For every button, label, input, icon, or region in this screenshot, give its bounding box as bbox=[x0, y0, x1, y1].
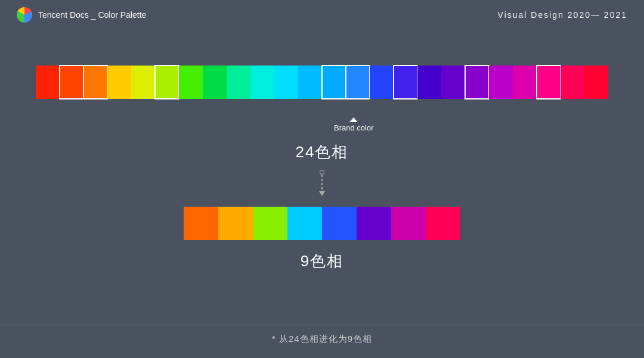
swatch-24-2 bbox=[83, 66, 107, 99]
swatch-24-19 bbox=[489, 66, 513, 99]
brand-color-label: Brand color bbox=[334, 123, 373, 132]
swatch-9-5 bbox=[357, 207, 391, 240]
swatch-24-10 bbox=[274, 66, 298, 99]
swatch-9-1 bbox=[218, 207, 253, 240]
swatch-24-15 bbox=[394, 66, 417, 99]
logo-icon bbox=[17, 7, 32, 23]
arrow-circle-icon bbox=[320, 170, 324, 175]
swatch-24-18 bbox=[465, 66, 489, 99]
swatch-24-22 bbox=[561, 66, 584, 99]
label-9-hue: 9色相 bbox=[301, 251, 343, 272]
swatch-24-3 bbox=[107, 66, 131, 99]
swatch-24-4 bbox=[131, 66, 155, 99]
arrow-dashed-line bbox=[321, 175, 323, 191]
swatch-24-21 bbox=[537, 66, 561, 99]
footer-divider bbox=[0, 325, 644, 325]
swatch-24-7 bbox=[203, 66, 227, 99]
color-strip-24: Brand color bbox=[36, 66, 608, 99]
header-title: Tencent Docs _ Color Palette bbox=[38, 10, 146, 20]
swatches-24-container bbox=[36, 66, 608, 99]
swatch-24-9 bbox=[250, 66, 274, 99]
header-left: Tencent Docs _ Color Palette bbox=[17, 7, 146, 23]
swatch-24-0 bbox=[36, 66, 60, 99]
swatch-9-0 bbox=[184, 207, 218, 240]
arrow-triangle-icon bbox=[319, 191, 325, 196]
swatch-9-3 bbox=[287, 207, 322, 240]
header: Tencent Docs _ Color Palette Visual Desi… bbox=[0, 0, 644, 30]
swatch-9-6 bbox=[391, 207, 426, 240]
swatch-24-23 bbox=[584, 66, 608, 99]
brand-arrow-icon bbox=[349, 117, 358, 122]
swatch-9-4 bbox=[322, 207, 357, 240]
swatch-24-20 bbox=[513, 66, 537, 99]
label-24-hue: 24色相 bbox=[296, 142, 349, 163]
brand-color-area: Brand color bbox=[334, 117, 373, 132]
swatch-24-16 bbox=[417, 66, 441, 99]
swatch-24-13 bbox=[346, 66, 370, 99]
swatch-24-17 bbox=[441, 66, 465, 99]
swatch-24-14 bbox=[370, 66, 394, 99]
main-content: Brand color 24色相 9色相 bbox=[0, 30, 644, 272]
color-strip-9 bbox=[184, 207, 460, 240]
swatch-24-6 bbox=[179, 66, 203, 99]
swatch-24-5 bbox=[155, 66, 179, 99]
swatch-24-1 bbox=[60, 66, 83, 99]
footer-note: * 从24色相进化为9色相 bbox=[0, 334, 644, 345]
swatch-24-12 bbox=[322, 66, 346, 99]
header-right: Visual Design 2020— 2021 bbox=[498, 10, 627, 20]
swatch-9-2 bbox=[253, 207, 287, 240]
swatch-24-11 bbox=[298, 66, 322, 99]
arrow-down-container bbox=[319, 170, 325, 196]
swatch-24-8 bbox=[227, 66, 250, 99]
swatch-9-7 bbox=[426, 207, 460, 240]
